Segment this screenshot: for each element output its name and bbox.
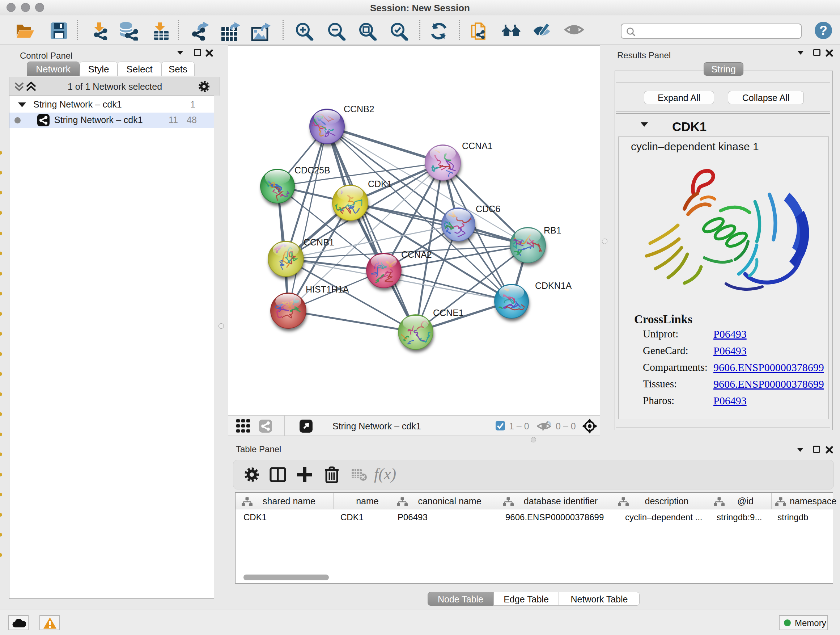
svg-text:CDK1: CDK1: [368, 179, 392, 189]
svg-text:?: ?: [819, 23, 827, 38]
svg-text:CCNA2: CCNA2: [401, 249, 432, 260]
svg-text:CCNA1: CCNA1: [462, 141, 493, 151]
svg-text:CDKN1A: CDKN1A: [535, 280, 572, 291]
svg-text:CCNB1: CCNB1: [303, 237, 334, 247]
svg-text:RB1: RB1: [544, 225, 561, 235]
svg-text:HIST1H1A: HIST1H1A: [306, 284, 349, 295]
svg-text:CCNE1: CCNE1: [433, 308, 464, 318]
svg-text:CDC6: CDC6: [476, 204, 500, 214]
svg-text:CCNB2: CCNB2: [344, 104, 374, 114]
svg-text:CDC25B: CDC25B: [294, 165, 330, 175]
